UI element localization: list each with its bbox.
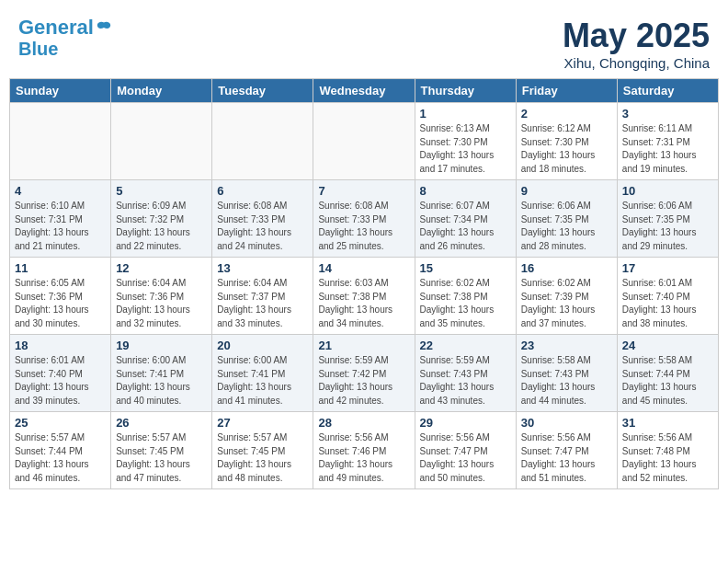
day-info: Sunrise: 6:10 AM Sunset: 7:31 PM Dayligh… (15, 200, 106, 253)
day-number: 31 (622, 416, 713, 430)
table-row: 20Sunrise: 6:00 AM Sunset: 7:41 PM Dayli… (212, 335, 313, 412)
header-monday: Monday (111, 79, 212, 103)
table-row (10, 103, 111, 180)
day-info: Sunrise: 6:03 AM Sunset: 7:38 PM Dayligh… (318, 277, 409, 330)
table-row: 28Sunrise: 5:56 AM Sunset: 7:46 PM Dayli… (313, 412, 415, 489)
day-info: Sunrise: 6:09 AM Sunset: 7:32 PM Dayligh… (116, 200, 207, 253)
table-row: 13Sunrise: 6:04 AM Sunset: 7:37 PM Dayli… (212, 258, 313, 335)
day-number: 21 (318, 339, 409, 352)
header-sunday: Sunday (10, 79, 111, 103)
day-number: 30 (521, 416, 612, 430)
day-info: Sunrise: 5:58 AM Sunset: 7:43 PM Dayligh… (521, 354, 612, 408)
day-info: Sunrise: 5:58 AM Sunset: 7:44 PM Dayligh… (622, 354, 713, 408)
table-row: 5Sunrise: 6:09 AM Sunset: 7:32 PM Daylig… (111, 180, 212, 258)
day-number: 3 (622, 107, 713, 121)
day-info: Sunrise: 5:57 AM Sunset: 7:45 PM Dayligh… (116, 431, 207, 485)
day-number: 1 (420, 107, 511, 121)
table-row: 17Sunrise: 6:01 AM Sunset: 7:40 PM Dayli… (617, 258, 718, 335)
day-info: Sunrise: 6:01 AM Sunset: 7:40 PM Dayligh… (622, 277, 713, 330)
day-number: 26 (116, 416, 207, 430)
day-number: 22 (420, 339, 511, 352)
header-saturday: Saturday (617, 79, 718, 103)
day-info: Sunrise: 6:02 AM Sunset: 7:39 PM Dayligh… (521, 277, 612, 330)
day-number: 10 (622, 184, 713, 198)
day-info: Sunrise: 5:59 AM Sunset: 7:43 PM Dayligh… (420, 354, 511, 408)
day-number: 29 (420, 416, 511, 430)
day-number: 23 (521, 339, 612, 352)
table-row: 6Sunrise: 6:08 AM Sunset: 7:33 PM Daylig… (212, 180, 313, 258)
day-number: 2 (521, 107, 612, 121)
day-number: 4 (15, 184, 106, 198)
logo-text: General (18, 17, 94, 39)
day-number: 6 (217, 184, 308, 198)
table-row: 22Sunrise: 5:59 AM Sunset: 7:43 PM Dayli… (415, 335, 516, 412)
table-row: 14Sunrise: 6:03 AM Sunset: 7:38 PM Dayli… (313, 258, 415, 335)
day-info: Sunrise: 6:11 AM Sunset: 7:31 PM Dayligh… (622, 122, 713, 176)
header-friday: Friday (516, 79, 617, 103)
day-number: 8 (420, 184, 511, 198)
day-info: Sunrise: 6:00 AM Sunset: 7:41 PM Dayligh… (217, 354, 308, 408)
table-row (111, 103, 212, 180)
calendar-week-row: 4Sunrise: 6:10 AM Sunset: 7:31 PM Daylig… (10, 180, 719, 258)
table-row: 15Sunrise: 6:02 AM Sunset: 7:38 PM Dayli… (415, 258, 516, 335)
day-number: 13 (217, 261, 308, 275)
day-info: Sunrise: 5:57 AM Sunset: 7:44 PM Dayligh… (15, 431, 106, 485)
table-row (313, 103, 415, 180)
calendar-table: Sunday Monday Tuesday Wednesday Thursday… (9, 78, 719, 489)
location-text: Xihu, Chongqing, China (563, 55, 710, 71)
day-number: 17 (622, 261, 713, 275)
page-header: General Blue May 2025 Xihu, Chongqing, C… (9, 9, 719, 75)
day-info: Sunrise: 6:01 AM Sunset: 7:40 PM Dayligh… (15, 354, 106, 408)
day-info: Sunrise: 5:56 AM Sunset: 7:47 PM Dayligh… (521, 431, 612, 485)
day-number: 5 (116, 184, 207, 198)
logo-blue-text: Blue (18, 39, 112, 59)
table-row: 10Sunrise: 6:06 AM Sunset: 7:35 PM Dayli… (617, 180, 718, 258)
table-row: 30Sunrise: 5:56 AM Sunset: 7:47 PM Dayli… (516, 412, 617, 489)
calendar-week-row: 18Sunrise: 6:01 AM Sunset: 7:40 PM Dayli… (10, 335, 719, 412)
day-info: Sunrise: 6:13 AM Sunset: 7:30 PM Dayligh… (420, 122, 511, 176)
day-number: 12 (116, 261, 207, 275)
table-row: 31Sunrise: 5:56 AM Sunset: 7:48 PM Dayli… (617, 412, 718, 489)
table-row: 3Sunrise: 6:11 AM Sunset: 7:31 PM Daylig… (617, 103, 718, 180)
day-info: Sunrise: 6:04 AM Sunset: 7:36 PM Dayligh… (116, 277, 207, 330)
day-info: Sunrise: 5:56 AM Sunset: 7:48 PM Dayligh… (622, 431, 713, 485)
day-number: 9 (521, 184, 612, 198)
table-row: 27Sunrise: 5:57 AM Sunset: 7:45 PM Dayli… (212, 412, 313, 489)
day-number: 19 (116, 339, 207, 352)
day-info: Sunrise: 6:05 AM Sunset: 7:36 PM Dayligh… (15, 277, 106, 330)
table-row: 29Sunrise: 5:56 AM Sunset: 7:47 PM Dayli… (415, 412, 516, 489)
month-title: May 2025 (563, 17, 710, 55)
table-row: 23Sunrise: 5:58 AM Sunset: 7:43 PM Dayli… (516, 335, 617, 412)
day-info: Sunrise: 6:06 AM Sunset: 7:35 PM Dayligh… (521, 200, 612, 253)
table-row: 2Sunrise: 6:12 AM Sunset: 7:30 PM Daylig… (516, 103, 617, 180)
calendar-week-row: 25Sunrise: 5:57 AM Sunset: 7:44 PM Dayli… (10, 412, 719, 489)
logo-bird-icon (96, 19, 112, 36)
logo: General Blue (18, 17, 112, 59)
header-tuesday: Tuesday (212, 79, 313, 103)
day-info: Sunrise: 6:00 AM Sunset: 7:41 PM Dayligh… (116, 354, 207, 408)
table-row (212, 103, 313, 180)
table-row: 19Sunrise: 6:00 AM Sunset: 7:41 PM Dayli… (111, 335, 212, 412)
day-info: Sunrise: 5:57 AM Sunset: 7:45 PM Dayligh… (217, 431, 308, 485)
day-info: Sunrise: 6:02 AM Sunset: 7:38 PM Dayligh… (420, 277, 511, 330)
table-row: 7Sunrise: 6:08 AM Sunset: 7:33 PM Daylig… (313, 180, 415, 258)
day-number: 14 (318, 261, 409, 275)
calendar-week-row: 11Sunrise: 6:05 AM Sunset: 7:36 PM Dayli… (10, 258, 719, 335)
table-row: 1Sunrise: 6:13 AM Sunset: 7:30 PM Daylig… (415, 103, 516, 180)
table-row: 9Sunrise: 6:06 AM Sunset: 7:35 PM Daylig… (516, 180, 617, 258)
table-row: 24Sunrise: 5:58 AM Sunset: 7:44 PM Dayli… (617, 335, 718, 412)
day-number: 11 (15, 261, 106, 275)
table-row: 11Sunrise: 6:05 AM Sunset: 7:36 PM Dayli… (10, 258, 111, 335)
table-row: 8Sunrise: 6:07 AM Sunset: 7:34 PM Daylig… (415, 180, 516, 258)
table-row: 16Sunrise: 6:02 AM Sunset: 7:39 PM Dayli… (516, 258, 617, 335)
day-info: Sunrise: 6:04 AM Sunset: 7:37 PM Dayligh… (217, 277, 308, 330)
day-number: 24 (622, 339, 713, 352)
header-thursday: Thursday (415, 79, 516, 103)
day-number: 7 (318, 184, 409, 198)
day-info: Sunrise: 6:12 AM Sunset: 7:30 PM Dayligh… (521, 122, 612, 176)
header-wednesday: Wednesday (313, 79, 415, 103)
day-number: 20 (217, 339, 308, 352)
table-row: 18Sunrise: 6:01 AM Sunset: 7:40 PM Dayli… (10, 335, 111, 412)
table-row: 26Sunrise: 5:57 AM Sunset: 7:45 PM Dayli… (111, 412, 212, 489)
day-number: 15 (420, 261, 511, 275)
